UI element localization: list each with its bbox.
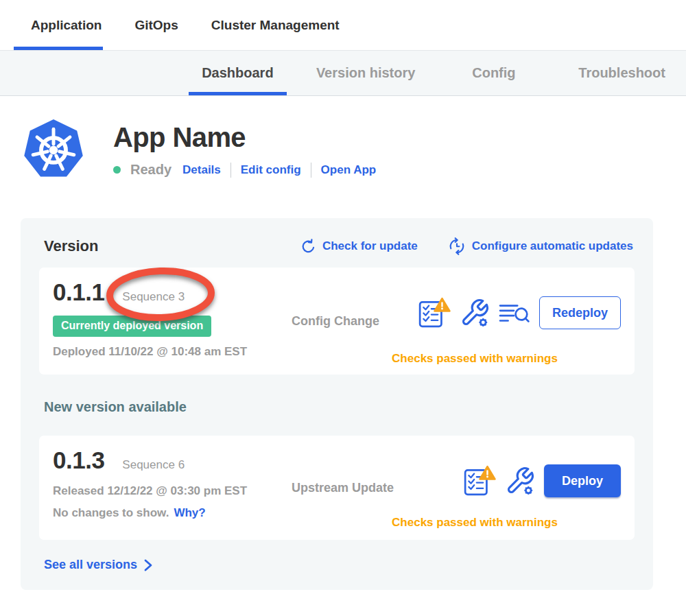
tab-application[interactable]: Application bbox=[31, 0, 102, 50]
tab-config[interactable]: Config bbox=[430, 51, 558, 95]
primary-nav: Application GitOps Cluster Management bbox=[0, 0, 686, 51]
preflight-checklist-icon[interactable] bbox=[463, 465, 496, 497]
app-status-label: Ready bbox=[130, 162, 172, 178]
new-version-heading: New version available bbox=[44, 399, 635, 415]
deployed-version-number: 0.1.1 bbox=[53, 279, 104, 306]
app-name-title: App Name bbox=[113, 122, 376, 153]
status-dot bbox=[113, 166, 121, 174]
redeploy-button[interactable]: Redeploy bbox=[539, 296, 621, 329]
details-link[interactable]: Details bbox=[182, 163, 221, 177]
kubernetes-logo bbox=[23, 118, 84, 181]
tab-troubleshoot[interactable]: Troubleshoot bbox=[558, 51, 686, 95]
schedule-sync-icon bbox=[448, 237, 466, 255]
refresh-icon bbox=[300, 239, 316, 254]
configure-automatic-updates-link[interactable]: Configure automatic updates bbox=[448, 237, 633, 255]
released-timestamp: Released 12/12/22 @ 03:30 pm EST bbox=[53, 484, 292, 498]
tab-cluster-management[interactable]: Cluster Management bbox=[211, 0, 340, 50]
edit-config-link[interactable]: Edit config bbox=[241, 163, 301, 177]
available-version-number: 0.1.3 bbox=[53, 447, 104, 474]
deployed-source-label: Config Change bbox=[292, 314, 418, 329]
deployed-checks-status: Checks passed with warnings bbox=[334, 352, 615, 366]
tab-dashboard[interactable]: Dashboard bbox=[174, 51, 302, 95]
available-version-card: 0.1.3 Sequence 6 Released 12/12/22 @ 03:… bbox=[39, 436, 635, 540]
tab-version-history[interactable]: Version history bbox=[302, 51, 430, 95]
available-source-label: Upstream Update bbox=[292, 481, 422, 495]
app-header: App Name Ready Details Edit config Open … bbox=[23, 118, 686, 181]
see-all-versions-link[interactable]: See all versions bbox=[44, 558, 153, 572]
deployed-sequence-label: Sequence 3 bbox=[122, 290, 185, 304]
chevron-right-icon bbox=[143, 558, 153, 572]
open-app-link[interactable]: Open App bbox=[321, 163, 377, 177]
check-for-update-link[interactable]: Check for update bbox=[300, 237, 418, 255]
currently-deployed-badge: Currently deployed version bbox=[53, 316, 211, 337]
version-panel-title: Version bbox=[44, 237, 300, 255]
deployed-timestamp: Deployed 11/10/22 @ 10:48 am EST bbox=[53, 345, 292, 359]
tab-gitops[interactable]: GitOps bbox=[134, 0, 178, 50]
divider bbox=[230, 163, 231, 178]
version-panel: Version Check for update bbox=[21, 218, 653, 590]
wrench-gear-icon[interactable] bbox=[505, 466, 535, 496]
preflight-checklist-icon[interactable] bbox=[418, 297, 451, 329]
file-search-icon[interactable] bbox=[499, 299, 530, 327]
deployed-version-card: 0.1.1 Sequence 3 Currently deployed vers… bbox=[39, 268, 635, 375]
divider bbox=[311, 163, 311, 178]
deploy-button[interactable]: Deploy bbox=[544, 464, 621, 497]
available-checks-status: Checks passed with warnings bbox=[334, 516, 615, 530]
no-changes-note: No changes to show. bbox=[53, 506, 169, 520]
available-sequence-label: Sequence 6 bbox=[122, 458, 185, 472]
app-section-nav: Dashboard Version history Config Trouble… bbox=[0, 51, 686, 96]
wrench-gear-icon[interactable] bbox=[460, 298, 490, 328]
why-link[interactable]: Why? bbox=[174, 506, 205, 520]
